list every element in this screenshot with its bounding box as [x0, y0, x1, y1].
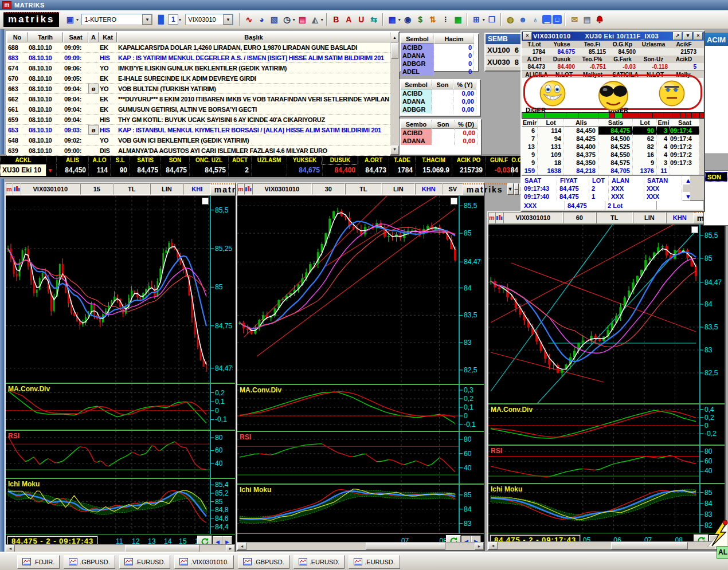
strip-column-header[interactable]: ACKL [0, 156, 46, 164]
chart-mode[interactable]: KHI [183, 183, 211, 195]
news-column-header[interactable]: Başlık [117, 32, 390, 42]
watchlist-row[interactable]: ACIBD0,00 [401, 129, 481, 137]
money-icon[interactable]: $ [414, 14, 426, 25]
news-row[interactable]: 65908.10.1009:04:HISTHY GM KOTIL: BUYUK … [7, 115, 390, 125]
strip-column-header[interactable]: ADET [228, 156, 251, 164]
strip-column-header[interactable]: DUSUK [322, 156, 358, 164]
book-row[interactable]: 910984,37584,55016409:17:2 [522, 151, 704, 159]
chart-unit[interactable]: TL [345, 183, 382, 195]
taskbar-item[interactable]: .GBPUSD. [238, 555, 289, 569]
chart-symbol[interactable]: VIX0301010 [252, 183, 312, 195]
chart-title-bar[interactable]: mVIX030101060TLLINKHNmatriks▼─□× [488, 212, 725, 224]
watchlist-row[interactable]: ACIBD0 [401, 44, 478, 52]
split-quote-icon[interactable]: ⇆ [368, 14, 379, 25]
bell-icon[interactable] [594, 14, 605, 25]
scrollbar-thumb[interactable] [366, 543, 446, 550]
chart-unit[interactable]: TL [113, 183, 150, 195]
chart-period[interactable]: 15 [80, 183, 113, 195]
book-column-header[interactable]: Satis [598, 119, 633, 127]
watchlist-row[interactable]: ADANA0,00 [401, 137, 481, 145]
chart-title-bar[interactable]: mVIX030101030TLLINKHNSVmatriks▼─□× [237, 183, 484, 195]
watchlist-column-header[interactable]: Son [432, 120, 455, 129]
news-column-header[interactable]: Kat [99, 32, 117, 42]
watchlist-column-header[interactable]: Sembol [401, 34, 434, 44]
taskbar-item[interactable]: .EURUSD. [349, 555, 400, 569]
chevron-down-icon[interactable]: ▼ [507, 183, 514, 195]
popout-icon[interactable]: ↗ [673, 32, 682, 40]
chevron-down-icon[interactable]: ▼ [397, 18, 401, 22]
buy-button[interactable]: AL [717, 546, 728, 559]
watchlist-row[interactable]: ACIBD0,00 [401, 89, 480, 97]
watchlist-column-header[interactable]: Son [432, 80, 453, 89]
news-row[interactable]: 68808.10.1009:09:EKKAPALICARSI'DA DOLAR … [7, 42, 390, 53]
windows-icon[interactable]: ❐ [486, 14, 498, 25]
news-row[interactable]: 67408.10.1009:06:YOIMKB'YE ILISKIN GUNLU… [7, 63, 390, 73]
chart-title-bar[interactable]: mVIX030101015TLLINKHImatriks▼─□× [6, 183, 235, 195]
book-row[interactable]: 79484,42584,50062409:17:4 [522, 135, 704, 143]
news-row[interactable]: 66308.10.1009:04:øYOVOB BULTENI (TURKISH… [7, 84, 390, 94]
scroll-down-icon[interactable]: ▼ [390, 146, 399, 155]
close-icon[interactable]: × [523, 32, 532, 40]
news-cards-icon[interactable]: ▤ [296, 14, 308, 25]
book-column-header[interactable]: Saat [670, 119, 699, 127]
taskbar-item[interactable]: .EURUSD. [293, 555, 345, 569]
chart-symbol[interactable]: VIX0301010 [21, 183, 80, 195]
strip-column-header[interactable]: SON [161, 156, 189, 164]
transfer-icon[interactable]: ⇅ [427, 14, 439, 25]
swirl-icon[interactable]: ◉ [402, 14, 413, 25]
chart-scrollbar[interactable]: ◄► [6, 544, 235, 552]
chart-mode[interactable]: KHN [666, 212, 694, 223]
semb-row[interactable]: XU0308 [486, 56, 522, 68]
taskbar-item[interactable]: .VIX0301010. [174, 555, 234, 569]
traffic-light-icon[interactable]: ⁝ [440, 14, 451, 25]
news-row[interactable]: 63908.10.1009:00:DISALMANYA'DA AGUSTOS A… [7, 146, 390, 156]
bold-icon[interactable]: B [330, 14, 342, 25]
strip-column-header[interactable]: O.G [512, 156, 520, 164]
book-column-header[interactable]: Lot [538, 119, 564, 127]
pane-corner-button[interactable] [202, 198, 209, 205]
scroll-up-icon[interactable]: ▲ [390, 32, 399, 42]
strip-column-header[interactable]: A.ORT [358, 156, 389, 164]
book-column-header[interactable]: Lot [633, 119, 657, 127]
chart-scale[interactable]: LIN [382, 183, 415, 195]
news-row[interactable]: 67008.10.1009:05:EKE-IHALE SURECINDE ILK… [7, 73, 390, 84]
workspace-select[interactable]: 1-KUTERO ▼ [81, 14, 152, 25]
scroll-down-icon[interactable]: ▼ [682, 192, 690, 201]
pie-chart-icon[interactable]: ◕ [256, 14, 267, 25]
clock-icon[interactable]: ◷ [281, 14, 292, 25]
quote-table-icon[interactable]: ▧ [268, 14, 280, 25]
chevron-down-icon[interactable]: ▼ [142, 14, 152, 25]
watchlist-row[interactable]: ADBGR0,00 [401, 105, 480, 113]
pane-corner-button[interactable] [691, 226, 698, 233]
chart-period[interactable]: 30 [312, 183, 345, 195]
page-dropdown-icon[interactable]: ▼ [178, 18, 182, 22]
strip-column-header[interactable]: ONC. UZL [189, 156, 228, 164]
chart-symbol[interactable]: VIX0301010 [503, 212, 563, 223]
book-row[interactable]: 611484,45084,47590309:17:4 [522, 127, 704, 135]
alarm-a-icon[interactable]: A [343, 14, 354, 25]
new-page-icon[interactable]: ▉ [155, 14, 167, 25]
save-dropdown-icon[interactable]: ▼ [75, 18, 79, 22]
user-icon[interactable]: ☻ [517, 14, 529, 25]
scrollbar-thumb[interactable] [611, 542, 688, 549]
watchlist-column-header[interactable]: % (D) [455, 120, 477, 129]
watchlist-column-header[interactable]: % (Y) [453, 80, 476, 89]
strip-column-header[interactable]: YUKSEK [287, 156, 322, 164]
matrix-icon[interactable]: ▦ [386, 14, 398, 25]
news-row[interactable]: 65308.10.1009:03:øHISKAP : ISTANBUL MENK… [7, 125, 390, 135]
pyramid-icon[interactable]: ◭ [309, 14, 320, 25]
chart-scrollbar[interactable]: ◄► [237, 542, 484, 550]
taskbar-item[interactable]: .GBPUSD. [64, 555, 115, 569]
strip-column-header[interactable]: ACIK PO [452, 156, 485, 164]
chevron-down-icon[interactable]: ▼ [292, 18, 296, 22]
chart-scrollbar[interactable]: ◄► [488, 541, 725, 549]
scrollbar-thumb[interactable] [391, 43, 398, 59]
chart-scale[interactable]: LIN [150, 183, 183, 195]
book-column-header[interactable]: Alis [564, 119, 598, 127]
save-icon[interactable]: ▣ [64, 14, 76, 25]
minimize-all-icon[interactable]: ▁ [542, 15, 551, 24]
watchlist-row[interactable]: ADEL0 [401, 68, 478, 76]
chart-icon[interactable]: ∿ [243, 14, 255, 25]
depth-title-bar[interactable]: × VIX0301010 XU30 Eki 10/111F_IX03 ↗ ▼ × [522, 32, 704, 41]
mail-icon[interactable]: ✉ [569, 14, 580, 25]
